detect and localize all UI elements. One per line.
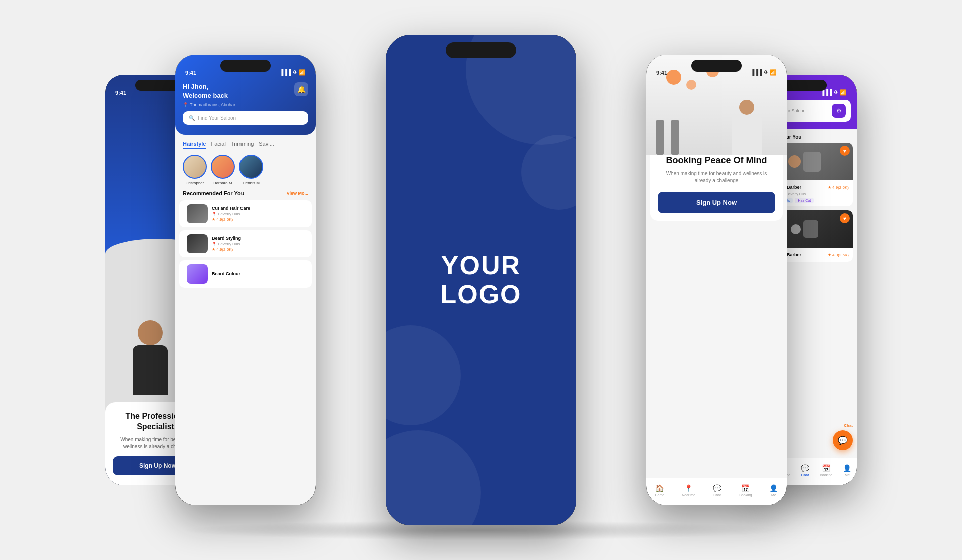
notch-far-left [135,80,180,91]
service-thumb-beard [187,234,208,253]
heart-icon-2[interactable]: ♥ [840,213,850,223]
notch-center [446,42,516,58]
nav-booking[interactable]: 📅 Booking [739,484,752,497]
fr-nav-booking-icon: 📅 [822,464,830,472]
recommended-section-header: Recommended For You View Mo... [175,190,316,200]
barber-head-card-2 [791,224,801,234]
booking-card: Booking Peace Of Mind When making time f… [650,147,783,221]
specialist-cristopher[interactable]: Cristopher [183,155,207,185]
fr-nav-me-label: Me [845,473,850,477]
deco-circle-2 [386,430,481,525]
nav-home-icon: 🏠 [655,484,664,492]
chat-fab[interactable]: 💬 [833,430,853,450]
specialist-name-cristopher: Cristopher [186,181,204,185]
fr-nav-booking-label: Booking [820,473,832,477]
fr-nav-booking[interactable]: 📅 Booking [820,464,832,477]
phone-left: 9:41 ▐▐▐ ✈ 📶 Hi Jhon, Welcome back 📍 The… [175,55,316,505]
nav-home[interactable]: 🏠 Home [655,484,665,497]
service-item-haircut[interactable]: Cut and Hair Care 📍 Beverly Hills ★ 4.9(… [179,200,312,227]
heart-icon-1[interactable]: ♥ [840,146,850,156]
location-text: Themadbrains, Abohar [190,102,235,107]
salon-person-figure [732,100,762,155]
service-item-colour[interactable]: Beard Colour [179,260,312,288]
nav-nearme[interactable]: 📍 Near me [682,484,695,497]
center-bg: YOUR LOGO [386,35,576,525]
specialist-name-barbara: Barbara M [213,181,232,185]
barber-body-card-2 [803,220,818,238]
service-thumb-haircut [187,204,208,223]
avatar-dennis [239,155,263,179]
salon-person-body [732,115,762,155]
notch-far-right [782,80,827,91]
chat-fab-label: Chat [844,423,853,428]
nav-chat-label: Chat [713,493,721,497]
service-rating-beard: ★ 4.9(2.6K) [212,247,304,252]
phones-container: 9:41 ▐▐▐ ✈ 📶 [105,30,857,530]
fr-nav-me[interactable]: 👤 Me [843,464,851,477]
deco-circle-3 [521,135,576,210]
left-search-bar[interactable]: 🔍 Find Your Saloon [183,111,308,125]
salon-person-head [739,100,754,115]
nav-chat-icon: 💬 [713,484,722,492]
booking-subtitle: When making time for beauty and wellness… [658,170,775,184]
specialist-dennis[interactable]: Dennis M [239,155,263,185]
view-more-link[interactable]: View Mo... [287,191,308,196]
fr-nav-chat[interactable]: 💬 Chat [801,464,809,477]
phone-left-screen: 9:41 ▐▐▐ ✈ 📶 Hi Jhon, Welcome back 📍 The… [175,55,316,505]
booking-signup-button[interactable]: Sign Up Now [658,192,775,213]
service-name-haircut: Cut and Hair Care [212,206,304,211]
logo-text: YOUR LOGO [440,251,521,309]
service-info-haircut: Cut and Hair Care 📍 Beverly Hills ★ 4.9(… [212,206,304,222]
service-info-colour: Beard Colour [212,271,304,276]
client-figure [133,320,168,395]
category-facial[interactable]: Facial [211,141,225,149]
fr-nav-chat-icon: 💬 [801,464,809,472]
specialists-row: Cristopher Barbara M Dennis M [175,155,316,190]
nav-me-icon: 👤 [769,484,778,492]
bar-stools [656,120,679,155]
status-time-far-left: 9:41 [115,90,126,96]
status-time-right: 9:41 [656,70,667,76]
phone-right-screen: 9:41 ▐▐▐ ✈ 📶 [646,55,787,505]
service-loc-beard: 📍 Beverly Hills [212,242,304,246]
avatar-cristopher [183,155,207,179]
barber-body-card [803,152,821,172]
nav-booking-label: Booking [739,493,752,497]
status-bar-left: 9:41 ▐▐▐ ✈ 📶 [175,55,316,80]
nav-me-label: Me [771,493,776,497]
service-name-beard: Beard Styling [212,236,304,241]
nav-me[interactable]: 👤 Me [769,484,778,497]
client-head [138,320,163,345]
service-name-colour: Beard Colour [212,271,304,276]
greeting-sub: Welcome back [183,91,235,100]
service-loc-haircut: 📍 Beverly Hills [212,212,304,216]
categories-row: Hairstyle Facial Trimming Savi... [175,135,316,155]
stool-1 [656,120,664,155]
salon-rating-1: ★ 4.9(2.6K) [828,185,849,190]
nav-chat[interactable]: 💬 Chat [713,484,722,497]
recommended-title: Recommended For You [183,190,244,196]
service-info-beard: Beard Styling 📍 Beverly Hills ★ 4.9(2.6K… [212,236,304,252]
notification-bell[interactable]: 🔔 [294,82,308,96]
salon-rating-2: ★ 4.9(2.6K) [828,253,849,257]
category-hairstyle[interactable]: Hairstyle [183,141,206,149]
phone-center-screen: YOUR LOGO [386,35,576,525]
specialist-name-dennis: Dennis M [243,181,260,185]
booking-title: Booking Peace Of Mind [658,155,775,166]
service-item-beard[interactable]: Beard Styling 📍 Beverly Hills ★ 4.9(2.6K… [179,230,312,257]
phone-right: 9:41 ▐▐▐ ✈ 📶 [646,55,787,505]
notch-right [691,60,742,72]
status-icons-left: ▐▐▐ ✈ 📶 [280,69,306,76]
stool-2 [671,120,679,155]
filter-button[interactable]: ⚙ [832,104,846,118]
category-trimming[interactable]: Trimming [231,141,254,149]
avatar-barbara [211,155,235,179]
greeting-area: Hi Jhon, Welcome back 📍 Themadbrains, Ab… [183,82,235,107]
nav-nearme-icon: 📍 [684,484,693,492]
location-pin-icon: 📍 [183,102,188,107]
left-header-row: Hi Jhon, Welcome back 📍 Themadbrains, Ab… [183,82,308,107]
bottom-nav-right: 🏠 Home 📍 Near me 💬 Chat 📅 Booking 👤 [646,478,787,505]
specialist-barbara[interactable]: Barbara M [211,155,235,185]
category-savi[interactable]: Savi... [259,141,274,149]
logo-line2: LOGO [440,280,521,309]
